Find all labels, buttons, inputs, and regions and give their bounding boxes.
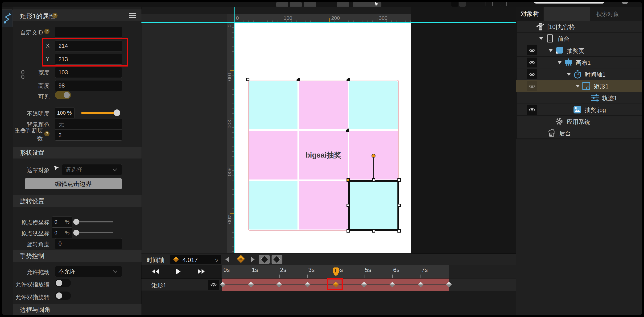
eye-box[interactable] (527, 105, 537, 115)
fast-forward-button[interactable] (197, 269, 205, 274)
toolbar-box-gray[interactable] (459, 2, 466, 7)
selection-handle-bottom-left[interactable] (346, 229, 350, 233)
selection-handle-left[interactable] (346, 204, 350, 207)
origin-y-input[interactable]: 0 % (52, 227, 72, 238)
origin-y-knob[interactable] (73, 230, 79, 236)
link-size-icon[interactable] (21, 70, 25, 79)
eye-box[interactable] (527, 45, 537, 55)
grid-cell-center[interactable]: bigsai抽奖 (299, 131, 348, 179)
selection-handle-top-right[interactable] (398, 178, 401, 182)
width-input[interactable]: 103 (55, 67, 122, 78)
grid-cell[interactable] (249, 181, 298, 229)
grid-cell[interactable] (249, 81, 298, 129)
drag-select-value: 不允许 (58, 268, 76, 274)
rotation-handle[interactable] (372, 154, 376, 158)
tree-row-timeline1[interactable]: 时间轴1 (516, 68, 642, 80)
grid-cell[interactable] (249, 131, 298, 179)
keyframe-time-input[interactable]: 4.017 s (170, 255, 221, 264)
two-finger-rotate-toggle[interactable] (55, 291, 71, 300)
opacity-input[interactable]: 100 % (55, 108, 75, 118)
track-eye-box[interactable] (208, 280, 219, 290)
tree-row-front[interactable]: 前台 (516, 33, 642, 44)
left-tool-strip (2, 7, 13, 315)
tree-row-rect1-selected[interactable]: 矩形1 (516, 80, 642, 92)
properties-header: 矩形1的属性 ? (13, 10, 142, 22)
group-corner-handle[interactable] (246, 78, 250, 81)
mask-select[interactable]: 请选择 (62, 164, 122, 175)
section-gesture[interactable]: 手势控制 (13, 250, 142, 262)
next-keyframe-button[interactable] (251, 257, 254, 262)
tree-row-project[interactable]: [10]九宫格 (516, 21, 642, 33)
custom-id-input[interactable] (55, 27, 122, 38)
bgcolor-input[interactable]: 无 (55, 119, 122, 130)
origin-y-label: 原点纵坐标 (13, 230, 50, 237)
search-input[interactable]: 搜索对象 (590, 7, 642, 21)
tree-row-track1[interactable]: 轨迹1 (516, 92, 642, 104)
drag-select[interactable]: 不允许 (55, 266, 122, 277)
prev-keyframe-button[interactable] (225, 257, 229, 262)
selection-handle-bottom-right[interactable] (398, 229, 401, 233)
tab-object-tree[interactable]: 对象树 (516, 7, 544, 21)
keyframe-nav-right-button[interactable] (272, 255, 282, 264)
selection-handle-top[interactable] (372, 178, 375, 182)
edit-bounds-button[interactable]: 编辑点击边界 (25, 178, 122, 189)
tree-row-backend[interactable]: 后台 (516, 127, 642, 139)
motion-path-icon (3, 13, 11, 24)
visible-toggle[interactable] (55, 91, 71, 99)
origin-y-slider[interactable] (76, 232, 113, 233)
grid-cell[interactable] (299, 81, 348, 129)
tree-row-canvas1[interactable]: 画布1 (516, 57, 642, 68)
tool-slot[interactable] (2, 10, 13, 27)
object-tree-header: 对象树 搜索对象 (516, 7, 642, 21)
selection-handle-right[interactable] (398, 204, 401, 207)
eye-box[interactable] (527, 58, 537, 68)
section-rotation[interactable]: 旋转设置 (13, 195, 142, 207)
opacity-slider[interactable] (81, 112, 116, 114)
height-input[interactable]: 98 (55, 80, 122, 91)
guide-vertical (234, 7, 234, 253)
toolbar-frame-icon[interactable] (486, 2, 493, 6)
overlap-help-icon[interactable]: ? (44, 131, 50, 136)
opacity-slider-knob[interactable] (114, 109, 120, 116)
overlap-input[interactable]: 2 (55, 130, 122, 141)
playhead-marker[interactable] (333, 267, 339, 274)
rewind-button[interactable] (152, 269, 160, 274)
custom-id-help-icon[interactable]: ? (44, 29, 50, 34)
toggle-knob (56, 292, 62, 299)
tree-row-app-system[interactable]: 应用系统 (516, 116, 642, 127)
tree-row-image[interactable]: 抽奖.jpg (516, 104, 642, 116)
expand-arrow-icon[interactable] (567, 73, 571, 76)
keyframe-nav-left-button[interactable] (259, 255, 270, 264)
ruler-label: 300 (379, 15, 388, 21)
origin-x-knob[interactable] (73, 219, 79, 225)
cursor-pick-icon[interactable] (53, 165, 60, 172)
selection-handle-top-left[interactable] (346, 178, 350, 182)
expand-arrow-icon[interactable] (558, 61, 562, 64)
expand-arrow-icon[interactable] (548, 49, 553, 52)
tree-row-page[interactable]: 抽奖页 (516, 44, 642, 57)
toolbar-box-dark[interactable] (452, 2, 458, 7)
pinch-toggle[interactable] (55, 279, 71, 287)
horizontal-ruler: 0 100 200 300 (234, 14, 411, 23)
origin-x-slider[interactable] (76, 221, 113, 222)
origin-x-input[interactable]: 0 % (52, 216, 72, 227)
play-button[interactable] (176, 268, 181, 274)
section-border[interactable]: 边框与圆角 (13, 304, 142, 315)
expand-arrow-icon[interactable] (539, 37, 543, 40)
toolbar-frame-icon-2[interactable] (500, 2, 507, 6)
tree-bottom-area (516, 139, 642, 315)
selection-outline[interactable] (348, 180, 399, 231)
remove-keyframe-button[interactable] (237, 255, 245, 263)
grid-cell[interactable] (349, 81, 398, 129)
eye-box[interactable] (527, 81, 537, 91)
eye-box[interactable] (527, 69, 537, 79)
chevron-down-icon (113, 268, 117, 273)
section-shape[interactable]: 形状设置 (13, 147, 142, 159)
selection-handle-bottom[interactable] (372, 229, 375, 233)
ruler-corner (227, 14, 234, 23)
hamburger-icon[interactable] (129, 13, 136, 19)
expand-arrow-icon[interactable] (576, 85, 580, 88)
grid-cell[interactable] (299, 181, 348, 229)
angle-input[interactable]: 0 (55, 238, 122, 249)
help-icon[interactable]: ? (52, 13, 58, 18)
